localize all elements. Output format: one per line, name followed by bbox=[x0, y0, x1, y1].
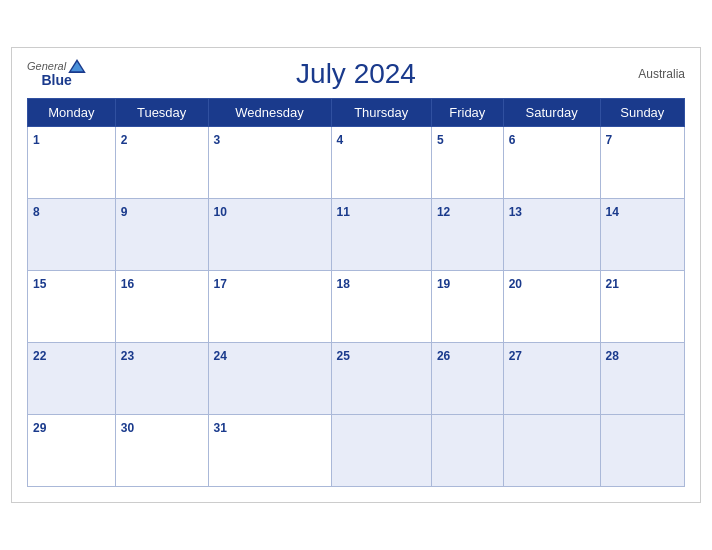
day-number: 15 bbox=[33, 277, 46, 291]
calendar-cell: 2 bbox=[115, 127, 208, 199]
calendar-cell: 28 bbox=[600, 343, 684, 415]
calendar-table: MondayTuesdayWednesdayThursdayFridaySatu… bbox=[27, 98, 685, 487]
day-number: 4 bbox=[337, 133, 344, 147]
calendar-cell: 13 bbox=[503, 199, 600, 271]
day-number: 13 bbox=[509, 205, 522, 219]
days-header-row: MondayTuesdayWednesdayThursdayFridaySatu… bbox=[28, 99, 685, 127]
calendar-cell: 25 bbox=[331, 343, 431, 415]
country-label: Australia bbox=[638, 67, 685, 81]
day-header-thursday: Thursday bbox=[331, 99, 431, 127]
day-number: 20 bbox=[509, 277, 522, 291]
day-number: 2 bbox=[121, 133, 128, 147]
day-number: 21 bbox=[606, 277, 619, 291]
day-number: 22 bbox=[33, 349, 46, 363]
day-number: 24 bbox=[214, 349, 227, 363]
day-number: 17 bbox=[214, 277, 227, 291]
day-number: 23 bbox=[121, 349, 134, 363]
calendar-container: General Blue July 2024 Australia MondayT… bbox=[11, 47, 701, 503]
calendar-title: July 2024 bbox=[296, 58, 416, 90]
calendar-cell: 4 bbox=[331, 127, 431, 199]
calendar-cell: 6 bbox=[503, 127, 600, 199]
calendar-cell: 18 bbox=[331, 271, 431, 343]
calendar-cell: 7 bbox=[600, 127, 684, 199]
day-number: 30 bbox=[121, 421, 134, 435]
day-header-monday: Monday bbox=[28, 99, 116, 127]
day-number: 14 bbox=[606, 205, 619, 219]
day-header-wednesday: Wednesday bbox=[208, 99, 331, 127]
calendar-cell: 21 bbox=[600, 271, 684, 343]
calendar-cell: 10 bbox=[208, 199, 331, 271]
calendar-cell: 11 bbox=[331, 199, 431, 271]
calendar-header: General Blue July 2024 Australia bbox=[27, 58, 685, 90]
calendar-cell bbox=[503, 415, 600, 487]
day-number: 12 bbox=[437, 205, 450, 219]
day-number: 19 bbox=[437, 277, 450, 291]
calendar-cell: 15 bbox=[28, 271, 116, 343]
week-row-4: 22232425262728 bbox=[28, 343, 685, 415]
calendar-cell: 19 bbox=[431, 271, 503, 343]
calendar-cell: 20 bbox=[503, 271, 600, 343]
calendar-cell: 9 bbox=[115, 199, 208, 271]
calendar-cell: 5 bbox=[431, 127, 503, 199]
day-number: 8 bbox=[33, 205, 40, 219]
logo-icon bbox=[68, 59, 86, 73]
day-number: 31 bbox=[214, 421, 227, 435]
week-row-3: 15161718192021 bbox=[28, 271, 685, 343]
week-row-1: 1234567 bbox=[28, 127, 685, 199]
day-header-sunday: Sunday bbox=[600, 99, 684, 127]
day-number: 25 bbox=[337, 349, 350, 363]
day-number: 11 bbox=[337, 205, 350, 219]
day-number: 10 bbox=[214, 205, 227, 219]
day-number: 3 bbox=[214, 133, 221, 147]
calendar-cell bbox=[431, 415, 503, 487]
day-number: 6 bbox=[509, 133, 516, 147]
calendar-cell: 8 bbox=[28, 199, 116, 271]
calendar-cell bbox=[331, 415, 431, 487]
calendar-cell: 1 bbox=[28, 127, 116, 199]
day-number: 9 bbox=[121, 205, 128, 219]
logo-area: General Blue bbox=[27, 59, 86, 88]
day-number: 16 bbox=[121, 277, 134, 291]
calendar-cell: 23 bbox=[115, 343, 208, 415]
calendar-cell: 3 bbox=[208, 127, 331, 199]
day-header-tuesday: Tuesday bbox=[115, 99, 208, 127]
week-row-5: 293031 bbox=[28, 415, 685, 487]
day-number: 5 bbox=[437, 133, 444, 147]
day-number: 28 bbox=[606, 349, 619, 363]
day-number: 29 bbox=[33, 421, 46, 435]
week-row-2: 891011121314 bbox=[28, 199, 685, 271]
day-number: 26 bbox=[437, 349, 450, 363]
calendar-cell: 26 bbox=[431, 343, 503, 415]
day-header-saturday: Saturday bbox=[503, 99, 600, 127]
logo-blue-text: Blue bbox=[41, 73, 71, 88]
calendar-cell: 29 bbox=[28, 415, 116, 487]
logo-general-text: General bbox=[27, 60, 66, 72]
day-number: 18 bbox=[337, 277, 350, 291]
calendar-cell: 14 bbox=[600, 199, 684, 271]
calendar-cell: 12 bbox=[431, 199, 503, 271]
calendar-cell bbox=[600, 415, 684, 487]
calendar-cell: 24 bbox=[208, 343, 331, 415]
day-number: 7 bbox=[606, 133, 613, 147]
calendar-cell: 17 bbox=[208, 271, 331, 343]
calendar-cell: 22 bbox=[28, 343, 116, 415]
calendar-cell: 30 bbox=[115, 415, 208, 487]
calendar-cell: 27 bbox=[503, 343, 600, 415]
day-number: 27 bbox=[509, 349, 522, 363]
day-header-friday: Friday bbox=[431, 99, 503, 127]
calendar-cell: 16 bbox=[115, 271, 208, 343]
day-number: 1 bbox=[33, 133, 40, 147]
calendar-cell: 31 bbox=[208, 415, 331, 487]
